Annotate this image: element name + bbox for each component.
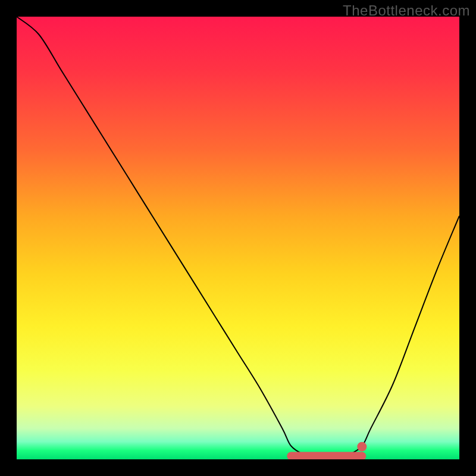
optimal-point-dot: [357, 442, 367, 452]
bottleneck-curve: [17, 17, 459, 459]
plot-area: [17, 17, 459, 459]
curve-svg: [17, 17, 459, 459]
watermark-text: TheBottleneck.com: [343, 2, 470, 19]
chart-frame: TheBottleneck.com: [0, 0, 476, 476]
